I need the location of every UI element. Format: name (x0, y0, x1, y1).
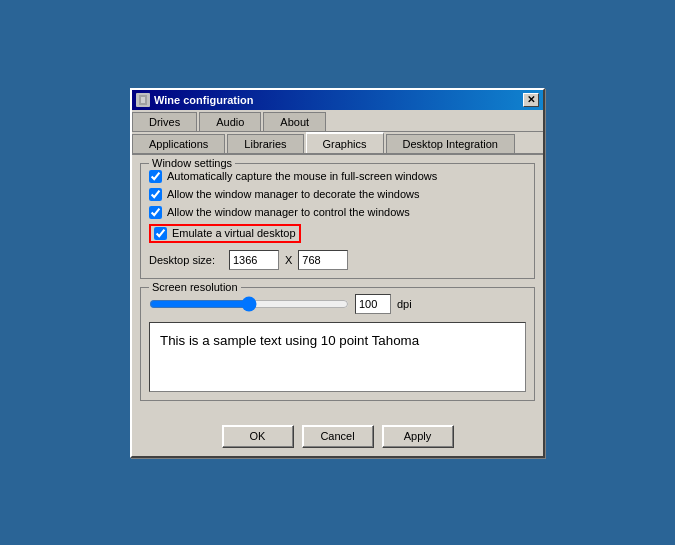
checkbox-decorate-label: Allow the window manager to decorate the… (167, 188, 420, 200)
cancel-button[interactable]: Cancel (302, 425, 374, 448)
tab-drives[interactable]: Drives (132, 112, 197, 131)
main-window: Wine configuration ✕ Drives Audio About … (130, 88, 545, 458)
main-content: Window settings Automatically capture th… (132, 155, 543, 417)
checkbox-fullscreen[interactable] (149, 170, 162, 183)
checkbox-control-label: Allow the window manager to control the … (167, 206, 410, 218)
tab-row-top: Drives Audio About (132, 110, 543, 132)
tab-about[interactable]: About (263, 112, 326, 131)
checkbox-row-2: Allow the window manager to decorate the… (149, 188, 526, 201)
window-title: Wine configuration (154, 94, 254, 106)
tab-desktop-integration[interactable]: Desktop Integration (386, 134, 515, 153)
checkbox-row-3: Allow the window manager to control the … (149, 206, 526, 219)
title-bar-left: Wine configuration (136, 93, 254, 107)
svg-rect-2 (141, 97, 145, 103)
screen-resolution-group: Screen resolution dpi This is a sample t… (140, 287, 535, 401)
tab-applications[interactable]: Applications (132, 134, 225, 153)
tab-graphics[interactable]: Graphics (306, 132, 384, 153)
close-button[interactable]: ✕ (523, 93, 539, 107)
window-settings-group: Window settings Automatically capture th… (140, 163, 535, 279)
screen-resolution-label: Screen resolution (149, 281, 241, 293)
dpi-input[interactable] (355, 294, 391, 314)
apply-button[interactable]: Apply (382, 425, 454, 448)
button-row: OK Cancel Apply (132, 417, 543, 456)
sample-text-box: This is a sample text using 10 point Tah… (149, 322, 526, 392)
ok-button[interactable]: OK (222, 425, 294, 448)
desktop-width-input[interactable] (229, 250, 279, 270)
tab-row-bottom: Applications Libraries Graphics Desktop … (132, 132, 543, 155)
dpi-label: dpi (397, 298, 412, 310)
slider-row: dpi (149, 294, 526, 314)
checkbox-fullscreen-label: Automatically capture the mouse in full-… (167, 170, 437, 182)
checkbox-virtual-desktop[interactable] (154, 227, 167, 240)
sample-text: This is a sample text using 10 point Tah… (160, 333, 419, 348)
window-settings-label: Window settings (149, 157, 235, 169)
title-bar: Wine configuration ✕ (132, 90, 543, 110)
desktop-size-row: Desktop size: X (149, 250, 526, 270)
tab-audio[interactable]: Audio (199, 112, 261, 131)
wine-icon (136, 93, 150, 107)
emulate-virtual-desktop-row: Emulate a virtual desktop (149, 224, 301, 243)
checkbox-decorate[interactable] (149, 188, 162, 201)
x-separator: X (285, 254, 292, 266)
tab-libraries[interactable]: Libraries (227, 134, 303, 153)
desktop-size-label: Desktop size: (149, 254, 223, 266)
dpi-slider[interactable] (149, 296, 349, 312)
checkbox-virtual-desktop-label: Emulate a virtual desktop (172, 227, 296, 239)
checkbox-row-1: Automatically capture the mouse in full-… (149, 170, 526, 183)
checkbox-control[interactable] (149, 206, 162, 219)
desktop-height-input[interactable] (298, 250, 348, 270)
